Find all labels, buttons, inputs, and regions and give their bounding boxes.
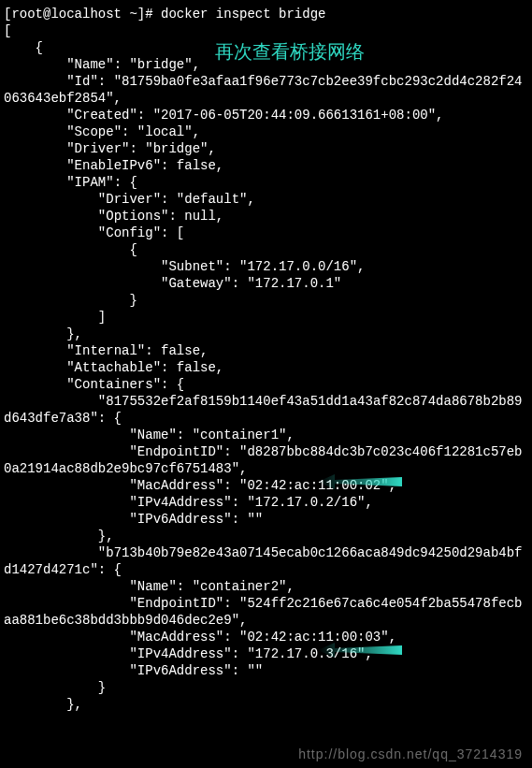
json-line: "EndpointID": "524ff2c216e67ca6c4e054f2b… [4, 596, 523, 628]
json-line-container1-name: "Name": "container1", [4, 427, 295, 442]
json-line: "Containers": { [4, 377, 184, 392]
json-line: "IPAM": { [4, 175, 137, 190]
json-line: "Subnet": "172.17.0.0/16", [4, 259, 365, 274]
svg-marker-0 [318, 474, 402, 489]
json-line: } [4, 293, 137, 308]
json-line: "Driver": "default", [4, 192, 255, 207]
json-line: "8175532ef2af8159b1140ef43a51dd1a43af82c… [4, 394, 523, 426]
json-line: ] [4, 310, 106, 325]
json-line: "IPv6Address": "" [4, 512, 263, 527]
json-line: "IPv6Address": "" [4, 663, 263, 678]
json-line: }, [4, 326, 82, 341]
json-line: "Config": [ [4, 225, 184, 240]
json-line: [ [4, 23, 11, 38]
watermark-text: http://blog.csdn.net/qq_37214319 [298, 746, 523, 762]
json-line: }, [4, 697, 82, 712]
json-line: "EndpointID": "d8287bbc884dc3b7c023c406f… [4, 444, 523, 476]
json-line: { [4, 242, 137, 257]
annotation-text: 再次查看桥接网络 [215, 43, 365, 60]
json-line: }, [4, 529, 114, 543]
json-line: "Name": "bridge", [4, 57, 200, 72]
json-line: "EnableIPv6": false, [4, 158, 223, 173]
json-line: "Internal": false, [4, 343, 208, 358]
terminal-output: [root@localhost ~]# docker inspect bridg… [0, 0, 532, 718]
shell-prompt-line: [root@localhost ~]# docker inspect bridg… [4, 7, 325, 22]
json-line: "Attachable": false, [4, 360, 223, 375]
svg-marker-1 [318, 643, 402, 658]
json-line: "b713b40b79e82e43a07145ecab0c1266aca849d… [4, 545, 523, 577]
json-line: "Gateway": "172.17.0.1" [4, 276, 341, 291]
json-line: "Created": "2017-06-05T20:44:09.66613161… [4, 108, 443, 123]
json-line: "Driver": "bridge", [4, 141, 216, 156]
arrow-icon [318, 472, 402, 491]
json-line: "Options": null, [4, 209, 223, 224]
json-line: "Id": "81759ba0fe3afaa1f96e773c7cb2ee39f… [4, 74, 523, 106]
json-line: } [4, 680, 106, 695]
json-line-container2-name: "Name": "container2", [4, 579, 295, 594]
json-line: "IPv4Address": "172.17.0.2/16", [4, 495, 373, 510]
arrow-icon [318, 641, 402, 659]
json-line: { [4, 40, 43, 55]
json-line: "Scope": "local", [4, 124, 200, 139]
